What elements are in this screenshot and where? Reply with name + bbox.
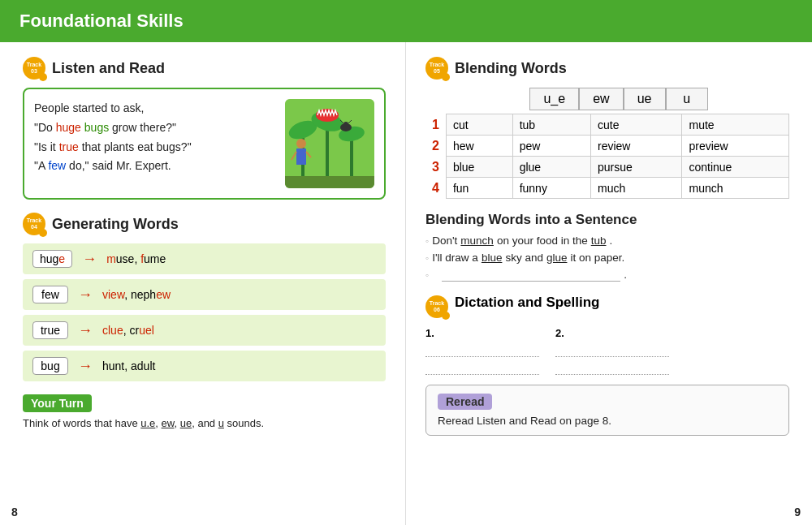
blend-header-ue: u_e	[529, 88, 579, 110]
gen-word-huge: huge	[32, 250, 72, 268]
reread-text: Reread Listen and Read on page 8.	[438, 415, 777, 427]
your-turn-text: Think of words that have u.e, ew, ue, an…	[23, 417, 386, 429]
blend-rownum-3: 3	[425, 157, 446, 178]
word-bugs: bugs	[84, 121, 109, 134]
blending-words-heading: Track05 Blending Words	[425, 57, 789, 80]
dictation-line-2[interactable]	[555, 342, 669, 357]
blend-header-ew: ew	[579, 88, 623, 110]
blend-row-1: 1 cut tub cute mute	[425, 114, 789, 136]
gen-row-2: few → view, nephew	[23, 279, 386, 310]
word-true: true	[59, 140, 79, 153]
blending-sentence-section: Blending Words into a Sentence ◦ Don't m…	[425, 212, 789, 282]
sentence-2: ◦ I'll draw a blue sky and glue it on pa…	[425, 252, 789, 264]
dictation-label-2: 2.	[555, 327, 669, 339]
gen-word-few: few	[32, 286, 68, 303]
blend-rownum-2: 2	[425, 136, 446, 157]
left-page: Track03 Listen and Read People started t…	[0, 42, 406, 525]
svg-rect-13	[296, 148, 306, 165]
blend-cell-3-1: blue	[446, 157, 512, 178]
blend-cell-1-1: cut	[446, 114, 512, 136]
gen-results-3: clue, cruel	[102, 324, 154, 337]
svg-rect-2	[326, 123, 329, 180]
blend-cell-1-2: tub	[512, 114, 590, 136]
story-image-svg	[285, 99, 374, 188]
arrow-3: →	[78, 322, 93, 339]
gen-results-2: view, nephew	[102, 288, 171, 301]
gen-words-heading: Track04 Generating Words	[23, 213, 386, 235]
blend-row-4: 4 fun funny much munch	[425, 178, 789, 199]
page-header: Foundational Skills	[0, 0, 812, 42]
blend-cell-4-1: fun	[446, 178, 512, 199]
listen-read-illustration	[285, 99, 374, 188]
word-few: few	[48, 159, 66, 172]
arrow-2: →	[78, 286, 93, 303]
gen-row-3: true → clue, cruel	[23, 315, 386, 346]
dictation-section: Track06 Dictation and Spelling 1. 2. R	[425, 295, 789, 436]
dictation-heading-row: Track06 Dictation and Spelling	[425, 295, 789, 319]
gen-words-rows: huge → muse, fume few → view, nephew tru…	[23, 243, 386, 381]
right-page: Track05 Blending Words u_e ew ue u 1 cut…	[406, 42, 812, 525]
blending-sentence-heading: Blending Words into a Sentence	[425, 212, 789, 228]
sentence-blank-line	[442, 269, 620, 282]
dictation-line-1b[interactable]	[425, 360, 539, 375]
blend-cell-1-3: cute	[591, 114, 682, 136]
reread-box: Reread Reread Listen and Read on page 8.	[425, 385, 789, 436]
listen-read-text: People started to ask, "Do huge bugs gro…	[34, 99, 277, 188]
main-content: Track03 Listen and Read People started t…	[0, 42, 812, 525]
header-title: Foundational Skills	[19, 11, 184, 32]
gen-row-4: bug → hunt, adult	[23, 351, 386, 381]
svg-point-12	[296, 139, 306, 148]
dictation-item-2: 2.	[555, 327, 669, 375]
gen-results-1: muse, fume	[106, 252, 166, 265]
svg-rect-3	[350, 136, 353, 180]
blend-cell-1-4: mute	[682, 114, 789, 136]
svg-point-9	[343, 122, 348, 127]
blend-row-3: 3 blue glue pursue continue	[425, 157, 789, 178]
blend-header-ue2: ue	[624, 88, 666, 110]
sentence-3: ◦ .	[425, 269, 789, 282]
gen-word-bug: bug	[32, 357, 68, 375]
dictation-line-1[interactable]	[425, 342, 539, 357]
blend-cell-2-3: review	[591, 136, 682, 157]
svg-rect-16	[285, 176, 374, 188]
listen-read-heading: Track03 Listen and Read	[23, 57, 386, 80]
sentence-1: ◦ Don't munch on your food in the tub.	[425, 235, 789, 247]
listen-read-box: People started to ask, "Do huge bugs gro…	[23, 88, 386, 200]
blending-words-icon[interactable]: Track05	[425, 57, 448, 80]
blending-table-header: u_e ew ue u	[448, 88, 789, 110]
your-turn-section: Your Turn Think of words that have u.e, …	[23, 394, 386, 429]
gen-row-1: huge → muse, fume	[23, 243, 386, 274]
listen-read-icon[interactable]: Track03	[23, 57, 45, 80]
blend-cell-4-3: much	[591, 178, 682, 199]
gen-words-icon[interactable]: Track04	[23, 213, 45, 235]
word-huge: huge	[56, 121, 81, 134]
gen-word-true: true	[32, 321, 68, 339]
gen-results-4: hunt, adult	[102, 359, 155, 372]
blending-words-title: Blending Words	[455, 60, 567, 77]
blend-cell-3-3: pursue	[591, 157, 682, 178]
dictation-icon[interactable]: Track06	[425, 295, 448, 318]
arrow-4: →	[78, 358, 93, 375]
dictation-line-2b[interactable]	[555, 360, 669, 375]
blend-cell-3-2: glue	[512, 157, 590, 178]
blending-table: 1 cut tub cute mute 2 hew pew review pre…	[425, 114, 789, 199]
blend-rownum-1: 1	[425, 114, 446, 136]
blend-row-2: 2 hew pew review preview	[425, 136, 789, 157]
listen-read-title: Listen and Read	[52, 60, 165, 77]
dictation-heading: Dictation and Spelling	[455, 295, 600, 311]
arrow-1: →	[82, 251, 97, 268]
gen-words-title: Generating Words	[52, 216, 179, 233]
left-page-number: 8	[11, 506, 18, 519]
blend-header-u: u	[666, 88, 708, 110]
blend-cell-4-2: funny	[512, 178, 590, 199]
right-page-number: 9	[794, 506, 801, 519]
blend-cell-3-4: continue	[682, 157, 789, 178]
your-turn-label: Your Turn	[23, 394, 92, 412]
dictation-label-1: 1.	[425, 327, 539, 339]
dictation-inputs: 1. 2.	[425, 327, 789, 375]
reread-title: Reread	[438, 394, 492, 410]
blend-cell-4-4: munch	[682, 178, 789, 199]
blend-cell-2-2: pew	[512, 136, 590, 157]
blend-cell-2-4: preview	[682, 136, 789, 157]
blend-rownum-4: 4	[425, 178, 446, 199]
